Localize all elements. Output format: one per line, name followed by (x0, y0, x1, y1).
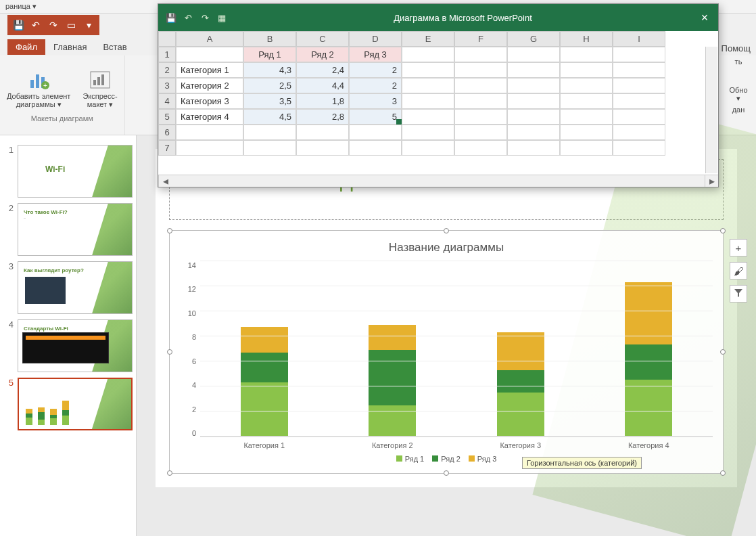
excel-cell[interactable] (402, 140, 454, 156)
col-header[interactable]: H (560, 31, 613, 47)
bar-segment[interactable] (625, 380, 672, 437)
row-header[interactable]: 3 (158, 78, 176, 93)
excel-cell[interactable] (507, 140, 560, 156)
x-tick-label[interactable]: Категория 1 (243, 441, 285, 449)
undo-icon[interactable]: ↶ (28, 18, 43, 32)
excel-cell[interactable]: 4,4 (296, 78, 349, 93)
x-tick-label[interactable]: Категория 3 (500, 441, 541, 449)
slideshow-icon[interactable]: ▭ (64, 18, 78, 32)
excel-cell[interactable] (243, 140, 296, 156)
chart-filter-button[interactable] (730, 285, 747, 303)
excel-cell[interactable] (507, 109, 560, 125)
resize-handle[interactable] (444, 470, 449, 476)
excel-cell[interactable]: 2,5 (243, 78, 296, 93)
resize-handle[interactable] (444, 228, 449, 233)
excel-cell[interactable] (560, 140, 613, 156)
save-icon[interactable]: 💾 (164, 10, 179, 25)
excel-cell[interactable]: Ряд 1 (243, 47, 296, 62)
excel-cell[interactable] (507, 125, 560, 140)
row-header[interactable]: 1 (158, 47, 176, 62)
col-header[interactable]: G (507, 31, 560, 47)
bar-segment[interactable] (241, 382, 288, 437)
excel-cell[interactable] (454, 47, 507, 62)
context-tab[interactable]: раница ▾ (0, 2, 42, 11)
row-header[interactable]: 4 (158, 93, 176, 109)
quick-layout-button[interactable]: Экспресс- макет ▾ (82, 68, 117, 109)
excel-cell[interactable]: 2,4 (296, 62, 349, 78)
tab-home[interactable]: Главная (45, 39, 95, 55)
tab-file[interactable]: Файл (7, 39, 45, 55)
save-icon[interactable]: 💾 (11, 18, 26, 32)
slide-thumbnail-panel[interactable]: 1 Wi-Fi 2 Что такое Wi-Fi?... 3 Как выгл… (0, 135, 137, 536)
resize-handle[interactable] (167, 228, 172, 233)
excel-cell[interactable] (454, 140, 507, 156)
row-header[interactable]: 6 (158, 125, 176, 140)
excel-cell[interactable] (560, 62, 613, 78)
chart-data-excel-window[interactable]: 💾 ↶ ↷ ▦ Диаграмма в Microsoft PowerPoint… (158, 3, 719, 187)
excel-cell[interactable] (402, 125, 454, 140)
excel-cell[interactable] (454, 78, 507, 93)
resize-handle[interactable] (167, 470, 172, 476)
col-header[interactable]: C (296, 31, 349, 47)
excel-cell[interactable] (176, 140, 243, 156)
excel-cell[interactable]: 2 (349, 62, 402, 78)
excel-cell[interactable] (349, 140, 402, 156)
excel-cell[interactable]: 2,8 (296, 109, 349, 125)
bar-segment[interactable] (497, 393, 544, 437)
excel-row[interactable]: 4Категория 33,51,83 (158, 93, 718, 109)
excel-cell[interactable] (613, 78, 665, 93)
more-icon[interactable]: ▾ (81, 18, 96, 32)
excel-cell[interactable] (402, 109, 454, 125)
excel-cell[interactable] (560, 93, 613, 109)
excel-cell[interactable]: 3 (349, 93, 402, 109)
excel-cell[interactable] (507, 47, 560, 62)
excel-cell[interactable]: 4,3 (243, 62, 296, 78)
tab-insert[interactable]: Встав (95, 39, 135, 55)
bar-segment[interactable] (497, 332, 544, 370)
excel-row[interactable]: 3Категория 22,54,42 (158, 78, 718, 93)
chart-plot-area[interactable]: 02468101214 (180, 261, 713, 437)
excel-cell[interactable] (613, 109, 665, 125)
excel-cell[interactable] (402, 78, 454, 93)
excel-cell[interactable]: Категория 1 (176, 62, 243, 78)
scroll-right-icon[interactable]: ▸ (705, 175, 718, 187)
excel-cell[interactable]: Ряд 2 (296, 47, 349, 62)
excel-cell[interactable] (560, 109, 613, 125)
chart-title[interactable]: Название диаграммы (180, 241, 713, 254)
excel-cell[interactable] (507, 93, 560, 109)
excel-cell[interactable]: 2 (349, 78, 402, 93)
chart-bars-area[interactable] (200, 261, 713, 437)
excel-cell[interactable] (613, 140, 665, 156)
excel-cell[interactable] (402, 47, 454, 62)
bar-segment[interactable] (369, 350, 416, 405)
excel-row[interactable]: 7 (158, 140, 718, 156)
excel-cell[interactable] (560, 125, 613, 140)
help-tab[interactable]: Помощ (716, 41, 756, 56)
row-header[interactable]: 7 (158, 140, 176, 156)
excel-cell[interactable] (560, 78, 613, 93)
row-header[interactable]: 2 (158, 62, 176, 78)
excel-row[interactable]: 6 (158, 125, 718, 140)
excel-vertical-scrollbar[interactable] (705, 47, 717, 173)
excel-cell[interactable]: 4,5 (243, 109, 296, 125)
col-header[interactable]: B (243, 31, 296, 47)
chart-styles-button[interactable]: 🖌 (730, 262, 747, 280)
excel-cell[interactable] (613, 125, 665, 140)
bar-column[interactable] (241, 327, 288, 437)
slide-canvas[interactable]: Заголовок слайда Название диаграммы 0246… (156, 149, 737, 487)
resize-handle[interactable] (720, 228, 726, 233)
excel-row[interactable]: 1Ряд 1Ряд 2Ряд 3 (158, 47, 718, 62)
bar-column[interactable] (497, 332, 544, 437)
slide-thumb-4[interactable]: 4 Стандарты Wi-Fi (0, 317, 136, 375)
excel-cell[interactable] (560, 47, 613, 62)
excel-cell[interactable] (296, 140, 349, 156)
undo-icon[interactable]: ↶ (181, 10, 195, 25)
resize-handle[interactable] (720, 349, 726, 355)
x-tick-label[interactable]: Категория 4 (628, 441, 669, 449)
x-tick-label[interactable]: Категория 2 (372, 441, 413, 449)
excel-cell[interactable] (454, 125, 507, 140)
excel-icon[interactable]: ▦ (214, 10, 229, 25)
select-all-corner[interactable] (158, 31, 176, 47)
legend-item[interactable]: Ряд 2 (432, 455, 460, 463)
excel-cell[interactable] (243, 125, 296, 140)
